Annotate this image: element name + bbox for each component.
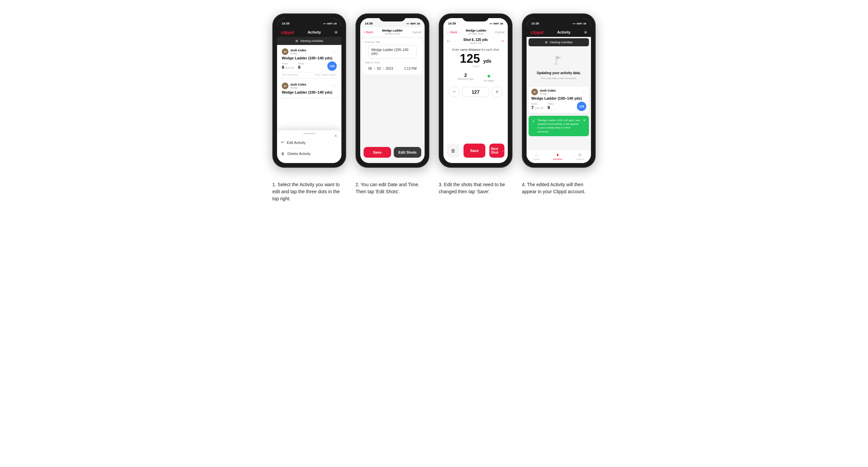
caption-3: 3. Edit the shots that need to be change… (439, 181, 513, 202)
edit-shots-btn[interactable]: Edit Shots (394, 147, 421, 158)
phones-row: 14:38 ▪▪▪ WiFi 38 clippd Activity ≡ ⊞ (272, 13, 596, 168)
cancel-btn-3[interactable]: Cancel (495, 31, 504, 34)
avatar-2: JC (282, 83, 288, 89)
logo-4: clippd (531, 30, 543, 35)
edit-activity-item[interactable]: ✏ Edit Activity (281, 137, 337, 148)
p2-actions: Save Edit Shots (360, 147, 425, 158)
delete-activity-item[interactable]: 🗑 Delete Activity (281, 148, 337, 159)
battery-icon-2: 38 (417, 22, 420, 25)
p3-nav: ← Back Wedge Ladder 06 Mar 2023 Cancel (443, 28, 508, 37)
increment-btn[interactable]: + (492, 87, 502, 97)
next-arrow-icon: → (501, 149, 504, 153)
p4-card-top: JC Josh Coles Today ··· (531, 89, 586, 95)
next-shot-btn[interactable]: Next Shot → (489, 144, 504, 158)
back-btn-3[interactable]: ← Back (447, 31, 457, 34)
home-icon: ⌂ (535, 152, 538, 157)
capture-tab[interactable]: ⊕ Capture (576, 152, 584, 160)
phone-3-screen: 14:39 ▪▪▪ WiFi 38 ← Back Wedge Ladder 06… (443, 18, 508, 163)
card-footer-1: Test Information Data: Clippd Capture (282, 72, 337, 76)
activity-card-1[interactable]: JC Josh Coles Today ··· Wedge Ladder (10… (279, 46, 339, 78)
wifi-icon-2: WiFi (410, 22, 416, 25)
capture-label: Capture (576, 158, 584, 160)
logo-1: clippd (281, 30, 294, 35)
menu-icon-1[interactable]: ≡ (335, 30, 337, 35)
phone-4-notch (545, 14, 572, 22)
user-name-1: Josh Coles (290, 49, 306, 52)
phone-2-notch (379, 14, 406, 22)
save-btn-2[interactable]: Save (364, 147, 391, 158)
p3-nav-title: Wedge Ladder (466, 29, 487, 32)
date-value[interactable]: 06 (368, 67, 372, 70)
score-stat-1: Score 9 OUT OF (282, 62, 294, 70)
sep2: / (383, 67, 384, 70)
user-date-4: Today (540, 92, 556, 95)
success-toast: ✓ "Wedge Ladder (100–140 yds)" was updat… (529, 116, 589, 136)
time-4: 14:38 (531, 22, 539, 25)
year-value[interactable]: 2023 (386, 67, 393, 70)
sheet-close-btn[interactable]: ✕ (334, 133, 337, 138)
delete-btn-3[interactable]: 🗑 (447, 144, 460, 158)
p3-input-row: − 127 + (447, 87, 504, 97)
more-dots-2[interactable]: ··· (332, 84, 337, 88)
shot-distance-input[interactable]: 127 (462, 87, 489, 97)
difference-metric: 2 Difference (yds) (457, 72, 473, 82)
p4-card-user: JC Josh Coles Today (531, 89, 556, 95)
card-top-2: JC Josh Coles Today ··· (282, 83, 337, 89)
phone-1-wrapper: 14:38 ▪▪▪ WiFi 38 clippd Activity ≡ ⊞ (272, 13, 346, 168)
p4-shots-stat: Shots 9 (548, 103, 554, 110)
card-user-1: JC Josh Coles Today (282, 48, 306, 55)
edit-icon: ✏ (281, 140, 284, 145)
shot-quality-badge-1: 130 (327, 61, 337, 71)
battery-icon-3: 38 (500, 22, 503, 25)
more-dots-1[interactable]: ··· (332, 49, 337, 54)
p4-bottom-nav: ⌂ Home ♦ Activities ⊕ Capture (527, 150, 591, 163)
datetime-label: Date & Time (365, 58, 420, 65)
phone-4: 14:38 ▪▪▪ WiFi 38 clippd Activity ≡ ⊞ (522, 13, 596, 168)
signal-icon-4: ▪▪▪ (573, 22, 576, 25)
activities-tab[interactable]: ♦ Activities (553, 152, 562, 160)
phone-4-wrapper: 14:38 ▪▪▪ WiFi 38 clippd Activity ≡ ⊞ (522, 13, 596, 168)
viewing-bar-1: ⊞ Viewing Activities (277, 37, 341, 45)
svg-point-2 (554, 63, 558, 65)
status-icons-2: ▪▪▪ WiFi 38 (406, 22, 420, 25)
time-1: 14:38 (282, 22, 289, 25)
toast-check-icon: ✓ (532, 119, 535, 123)
home-tab[interactable]: ⌂ Home (533, 152, 540, 160)
back-btn-2[interactable]: < Back (364, 31, 373, 34)
p2-nav-center: Wedge Ladder 06 Mar 2023 (382, 29, 403, 35)
user-date-2: Today (290, 86, 306, 89)
next-shot-arrow[interactable]: → (500, 38, 505, 44)
toast-text: "Wedge Ladder (100–140 yds)" was updated… (537, 118, 581, 133)
avatar-1: JC (282, 48, 288, 55)
activity-card-2[interactable]: JC Josh Coles Today ··· Wedge Ladder (10… (279, 81, 339, 98)
updating-sub: This may take a few moments. (541, 77, 577, 80)
p2-nav-title: Wedge Ladder (382, 29, 403, 32)
signal-icon-1: ▪▪▪ (323, 22, 326, 25)
capture-icon: ⊕ (578, 152, 582, 157)
p1-title: Activity (308, 30, 321, 34)
cancel-btn-2[interactable]: Cancel (412, 31, 421, 34)
more-dots-4[interactable]: ··· (582, 90, 586, 94)
time-value[interactable]: 1:13 PM (404, 67, 416, 70)
month-value[interactable]: 03 (377, 67, 381, 70)
time-2: 14:38 (365, 22, 373, 25)
p4-card-stats: Score 7 OUT OF Shots 9 118 (531, 102, 586, 111)
p4-score-stat: Score 7 OUT OF (531, 103, 544, 110)
viewing-label-4: Viewing Activities (550, 40, 573, 44)
captions-row: 1. Select the Activity you want to edit … (272, 181, 596, 202)
viewing-bar-4: ⊞ Viewing Activities (529, 38, 589, 46)
updating-state: Updating your activity data. This may ta… (527, 48, 591, 85)
user-date-1: Today (290, 52, 306, 55)
card-stats-1: Score 9 OUT OF Shots 9 130 (282, 61, 337, 71)
practice-title-input[interactable]: Wedge Ladder (100–140 yds) (368, 45, 416, 58)
decrement-btn[interactable]: − (449, 87, 460, 97)
p3-actions: 🗑 Save Next Shot → (443, 144, 508, 158)
toast-close-btn[interactable]: ✕ (583, 118, 586, 122)
activities-label: Activities (553, 158, 562, 160)
menu-icon-4[interactable]: ≡ (584, 30, 587, 35)
battery-icon-1: 38 (334, 22, 337, 25)
p4-activity-card[interactable]: JC Josh Coles Today ··· Wedge Ladder (10… (529, 87, 589, 113)
prev-shot-arrow[interactable]: ← (446, 38, 452, 44)
datetime-row: 06 / 03 / 2023 1:13 PM (368, 67, 416, 70)
save-btn-3[interactable]: Save (464, 144, 485, 158)
